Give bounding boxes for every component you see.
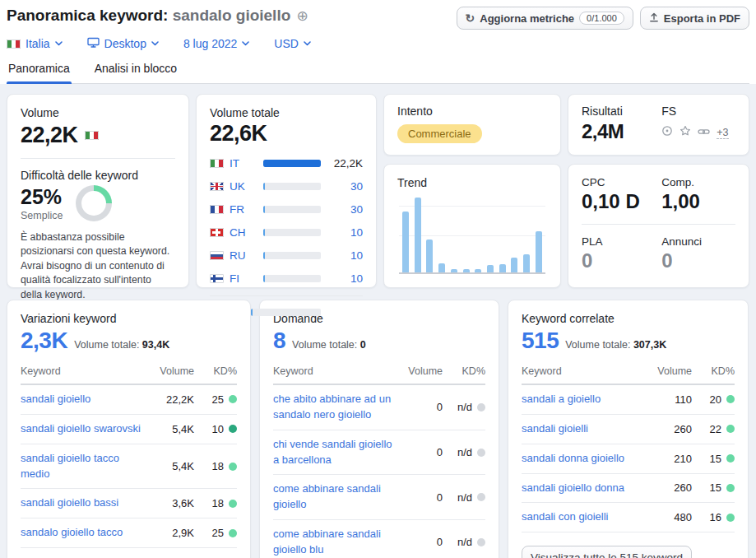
keyword-link[interactable]: sandali donna gioiello xyxy=(522,452,624,464)
volume-by-country-list: IT22,2KUK30FR30CH10RU10FI10Altro300 xyxy=(210,157,363,319)
chevron-down-icon xyxy=(242,41,249,46)
filter-bar: Italia Desktop 8 lug 2022 USD xyxy=(7,37,749,50)
keyword-table-card-1: Variazioni keyword2,3KVolume totale: 93,… xyxy=(7,300,251,558)
keyword-link[interactable]: che abito abbinare ad un sandalo nero gi… xyxy=(273,393,391,421)
fs-more-link[interactable]: +3 xyxy=(717,127,728,139)
country-code-link[interactable]: FR xyxy=(230,203,257,216)
trend-label: Trend xyxy=(397,176,547,189)
table-title: Keyword correlate xyxy=(522,312,735,325)
country-volume-bar xyxy=(263,160,321,167)
country-volume-value: 22,2K xyxy=(327,157,363,170)
risultati-card: Risultati 2,4M FS +3 xyxy=(568,94,749,156)
table-row: sandali gioiello22,2K25 xyxy=(21,385,237,415)
tab-bar: Panoramica Analisi in blocco xyxy=(7,62,749,84)
kd-cell: n/d xyxy=(443,536,485,548)
keyword-link[interactable]: sandali gioielli xyxy=(522,422,588,435)
country-volume-bar xyxy=(263,229,321,236)
kd-dot-icon xyxy=(229,395,237,403)
device-filter-label: Desktop xyxy=(104,37,146,50)
tab-analisi-in-blocco[interactable]: Analisi in blocco xyxy=(93,62,179,83)
country-volume-row: UK30 xyxy=(210,180,363,193)
kd-value: 25% xyxy=(21,185,63,209)
currency-filter-label: USD xyxy=(274,37,299,50)
volume-value: 22,2K xyxy=(21,123,78,148)
country-volume-row: IT22,2K xyxy=(210,157,363,170)
volume-totale-label: Volume totale xyxy=(210,106,363,119)
volume-cell: 0 xyxy=(400,446,443,458)
trend-bar xyxy=(463,269,470,272)
kd-dot-icon xyxy=(726,395,735,403)
device-filter[interactable]: Desktop xyxy=(87,37,159,50)
keyword-link[interactable]: sandali gioiello tacco medio xyxy=(21,452,119,480)
export-pdf-label: Esporta in PDF xyxy=(664,12,740,25)
refresh-metrics-button[interactable]: ↻ Aggiorna metriche 0/1.000 xyxy=(457,7,633,30)
date-filter-label: 8 lug 2022 xyxy=(183,37,237,50)
table-row: sandali gioielli26022 xyxy=(522,415,735,444)
table-total: Volume totale: 0 xyxy=(292,339,366,351)
keyword-link[interactable]: sandali con gioielli xyxy=(522,510,609,523)
kd-dot-icon xyxy=(477,449,485,457)
country-volume-row: RU10 xyxy=(210,249,363,262)
keyword-table-card-2: Domande8Volume totale: 0KeywordVolumeKD%… xyxy=(259,300,499,558)
keyword-link[interactable]: sandalo gioiello tacco xyxy=(21,526,123,538)
volume-cell: 5,4K xyxy=(151,460,194,472)
intento-card: Intento Commerciale xyxy=(383,94,561,156)
keyword-link[interactable]: sandali gioiello donna xyxy=(522,481,624,494)
country-code-link[interactable]: CH xyxy=(230,226,257,239)
volume-totale-card: Volume totale 22,6K IT22,2KUK30FR30CH10R… xyxy=(196,94,377,288)
country-volume-bar xyxy=(263,252,321,259)
volume-cell: 480 xyxy=(649,511,692,523)
table-row: chi vende sandali gioiello a barcellona0… xyxy=(273,430,485,476)
keyword-link[interactable]: come abbinare sandali gioiello xyxy=(273,482,381,510)
reviews-star-icon xyxy=(679,125,691,140)
kd-dot-icon xyxy=(229,529,237,537)
export-pdf-button[interactable]: Esporta in PDF xyxy=(640,7,749,30)
kd-dot-icon xyxy=(726,425,735,433)
kd-cell: 15 xyxy=(692,481,735,494)
country-code-link[interactable]: RU xyxy=(230,249,257,262)
trend-bar-chart xyxy=(399,198,545,274)
keyword-link[interactable]: sandali gioiello xyxy=(21,393,90,405)
currency-filter[interactable]: USD xyxy=(274,37,311,50)
keyword-link[interactable]: chi vende sandali gioiello a barcellona xyxy=(273,438,392,466)
country-filter[interactable]: Italia xyxy=(7,37,63,50)
country-volume-row: FR30 xyxy=(210,203,363,216)
cpc-value: 0,10 D xyxy=(582,190,661,213)
intent-badge[interactable]: Commerciale xyxy=(397,124,482,143)
page-title-keyword: sandalo gioiello xyxy=(173,7,291,24)
annunci-value: 0 xyxy=(661,249,702,272)
table-count: 515 xyxy=(522,328,559,354)
keyword-link[interactable]: sandali gioiello bassi xyxy=(21,496,118,509)
country-code-link[interactable]: FI xyxy=(230,272,257,285)
table-header: KeywordVolumeKD% xyxy=(522,365,735,385)
fs-label: FS xyxy=(661,105,728,118)
kd-description: È abbastanza possibile posizionarsi con … xyxy=(21,230,175,302)
country-code-link[interactable]: UK xyxy=(230,180,257,193)
view-all-keywords-button[interactable]: Visualizza tutte le 515 keyword xyxy=(522,546,692,558)
keyword-link[interactable]: sandali gioiello swarovski xyxy=(21,422,141,435)
table-row: come abbinare sandali gioiello blu0n/d xyxy=(273,520,485,558)
ru-flag-icon xyxy=(210,251,224,260)
keyword-link[interactable]: come abbinare sandali gioiello blu xyxy=(273,528,381,556)
ch-flag-icon xyxy=(210,228,224,237)
keyword-link[interactable]: sandali a gioiello xyxy=(522,393,601,405)
chevron-down-icon xyxy=(151,41,159,46)
country-volume-row: CH10 xyxy=(210,226,363,239)
refresh-icon: ↻ xyxy=(466,12,475,24)
volume-cell: 5,4K xyxy=(151,423,194,435)
country-code-link[interactable]: IT xyxy=(230,157,257,170)
it-flag-icon xyxy=(210,159,224,168)
trend-bar xyxy=(475,269,481,272)
add-keyword-icon[interactable]: ⊕ xyxy=(297,8,308,24)
kd-label: Difficoltà delle keyword xyxy=(21,169,175,182)
fr-flag-icon xyxy=(210,205,224,214)
kd-level-label: Semplice xyxy=(21,210,63,221)
trend-bar xyxy=(438,263,445,272)
table-row: sandali con gioielli48016 xyxy=(522,503,735,532)
pla-value: 0 xyxy=(582,249,661,272)
trend-card: Trend xyxy=(383,164,561,288)
country-filter-label: Italia xyxy=(26,37,50,50)
tab-panoramica[interactable]: Panoramica xyxy=(7,62,72,83)
date-filter[interactable]: 8 lug 2022 xyxy=(183,37,249,50)
table-row: sandali gioiello bassi3,6K18 xyxy=(21,489,237,518)
